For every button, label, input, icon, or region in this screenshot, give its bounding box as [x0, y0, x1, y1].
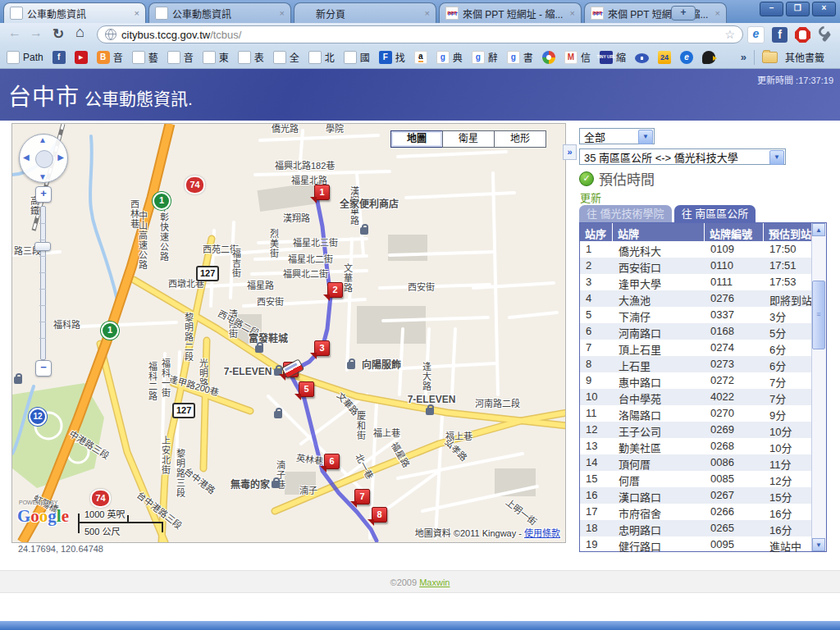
zoom-in-button[interactable]: +	[35, 186, 52, 203]
tab-close-icon[interactable]: ×	[570, 8, 575, 18]
site-globe-icon	[105, 29, 116, 40]
footer-maxwin-link[interactable]: Maxwin	[419, 578, 450, 587]
refresh-link[interactable]: 更新	[580, 189, 601, 205]
bird-bookmark-icon	[702, 51, 715, 64]
route-shield-1: 1	[153, 192, 171, 210]
close-button[interactable]: ×	[812, 2, 836, 16]
maximize-button[interactable]: ❒	[786, 2, 810, 16]
stop-marker-5[interactable]: 5	[299, 381, 314, 397]
tab-title: 來個 PPT 短網址 - 縮...	[463, 7, 567, 21]
bookmark-item-2[interactable]	[52, 51, 66, 64]
minimize-button[interactable]: –	[760, 2, 783, 16]
chevron-down-icon[interactable]: ▼	[638, 130, 653, 144]
map-layers	[12, 124, 565, 542]
browser-tab-5[interactable]: 來個 PPT 短網址 - 縮...×	[584, 2, 727, 23]
bookmark-item-7[interactable]: 東	[203, 50, 229, 64]
bookmarks-overflow-chevron[interactable]: »	[741, 51, 746, 63]
zoom-slider-track[interactable]	[40, 206, 46, 360]
bookmark-item-15[interactable]: 辭	[472, 50, 498, 64]
bookmark-item-20[interactable]	[635, 52, 649, 63]
bookmark-item-3[interactable]	[75, 51, 88, 64]
scrollbar-down-button[interactable]: ▼	[812, 538, 825, 551]
home-button[interactable]: ⌂	[75, 24, 84, 41]
zoom-out-button[interactable]: −	[35, 360, 52, 377]
table-scrollbar[interactable]: ▲ ≡ ▼	[811, 223, 826, 551]
bookmark-item-11[interactable]: 國	[344, 50, 370, 64]
bookmark-item-9[interactable]: 全	[273, 50, 299, 64]
road-label: 僑光路	[272, 125, 299, 135]
site-header: 台中市公車動態資訊. 更新時間 :17:37:19	[0, 69, 840, 121]
zoom-slider-thumb[interactable]	[34, 242, 51, 251]
stop-marker-3[interactable]: 3	[314, 340, 330, 356]
window-controls: – ❒ ×	[760, 2, 836, 16]
bookmark-item-23[interactable]	[702, 51, 715, 64]
bookmark-item-12[interactable]: 找	[379, 50, 405, 64]
stop-marker-7[interactable]: 7	[354, 489, 370, 504]
stop-marker-8[interactable]: 8	[372, 507, 387, 523]
direction-tab-2[interactable]: 往 南區區公所	[674, 205, 756, 222]
footer-copyright: ©2009	[390, 578, 420, 587]
other-bookmarks-button[interactable]: 其他書籤	[762, 50, 824, 64]
back-button[interactable]: ←	[8, 25, 21, 40]
wrench-menu-icon[interactable]	[818, 27, 833, 43]
route-select[interactable]: 35 南區區公所 <-> 僑光科技大學 ▼	[579, 148, 786, 165]
table-cell: 17:53	[764, 274, 812, 290]
table-cell: 11分	[764, 454, 812, 471]
browser-tab-2[interactable]: 公車動態資訊×	[148, 2, 291, 23]
bookmark-item-22[interactable]	[680, 51, 693, 64]
bookmark-item-5[interactable]: 藝	[132, 50, 158, 64]
adblock-stop-icon[interactable]	[795, 27, 810, 43]
browser-tab-3[interactable]: 新分頁×	[294, 2, 436, 23]
bookmark-item-21[interactable]	[658, 51, 671, 64]
bookmark-item-18[interactable]: 信	[564, 50, 591, 64]
road-label: 逢大路	[421, 362, 431, 391]
map-type-map-button[interactable]: 地圖	[390, 130, 443, 148]
tab-close-icon[interactable]: ×	[280, 8, 285, 18]
pan-down-icon[interactable]: ▼	[39, 172, 47, 181]
map-pan-control[interactable]: ▲ ▼ ◀ ▶	[19, 134, 68, 183]
map-type-satellite-button[interactable]: 衛星	[442, 130, 495, 148]
google-logo[interactable]: Google	[17, 506, 69, 527]
browser-tab-1[interactable]: 公車動態資訊×	[3, 2, 146, 23]
new-tab-button[interactable]: +	[671, 6, 696, 21]
bookmark-item-16[interactable]: 書	[507, 50, 533, 64]
map-canvas[interactable]: ▲ ▼ ◀ ▶ + − 地圖衛星地形 POWERED BY Google 100…	[11, 123, 566, 543]
address-bar[interactable]: citybus.tccg.gov.tw /tcbus/ ☆	[97, 25, 743, 43]
direction-tab-1[interactable]: 往 僑光技術學院	[579, 205, 672, 222]
pan-left-icon[interactable]: ◀	[23, 153, 30, 162]
scrollbar-thumb[interactable]: ≡	[812, 281, 825, 349]
ie-extension-icon[interactable]: e	[747, 26, 765, 43]
tab-close-icon[interactable]: ×	[425, 8, 430, 18]
scrollbar-up-button[interactable]: ▲	[812, 223, 825, 236]
terms-link[interactable]: 使用條款	[524, 528, 560, 538]
route-shield-1: 1	[101, 322, 119, 340]
tab-close-icon[interactable]: ×	[135, 8, 139, 18]
pan-right-icon[interactable]: ▶	[57, 153, 64, 162]
panel-collapse-handle[interactable]: »	[563, 144, 577, 160]
pan-hand-icon[interactable]	[35, 150, 53, 168]
browser-tab-4[interactable]: 來個 PPT 短網址 - 縮...×	[439, 2, 582, 23]
bookmark-item-1[interactable]: Path	[7, 51, 43, 64]
map-type-terrain-button[interactable]: 地形	[494, 130, 546, 148]
bookmark-item-10[interactable]: 北	[308, 50, 335, 64]
bookmark-item-6[interactable]: 音	[167, 50, 194, 64]
table-cell: 0269	[705, 422, 764, 438]
forward-button[interactable]: →	[30, 25, 43, 40]
bookmark-item-8[interactable]: 表	[238, 50, 264, 64]
tab-close-icon[interactable]: ×	[715, 8, 720, 18]
stop-marker-6[interactable]: 6	[324, 454, 340, 469]
reload-button[interactable]: ↻	[52, 25, 64, 43]
bookmark-item-13[interactable]	[414, 51, 427, 64]
bookmark-item-4[interactable]: 音	[97, 50, 123, 64]
chevron-down-icon[interactable]: ▼	[769, 150, 784, 165]
pan-up-icon[interactable]: ▲	[39, 135, 47, 144]
route-filter-select[interactable]: 全部 ▼	[579, 128, 655, 144]
bookmark-item-14[interactable]: 典	[436, 50, 463, 64]
bookmark-star-icon[interactable]: ☆	[724, 28, 735, 41]
facebook-extension-icon[interactable]: f	[772, 27, 788, 43]
stop-marker-1[interactable]: 1	[314, 185, 330, 200]
bookmark-item-19[interactable]: 縮	[600, 50, 626, 64]
amazon-bookmark-icon	[414, 51, 427, 64]
bookmark-item-17[interactable]	[542, 51, 555, 64]
stop-marker-2[interactable]: 2	[327, 282, 343, 298]
